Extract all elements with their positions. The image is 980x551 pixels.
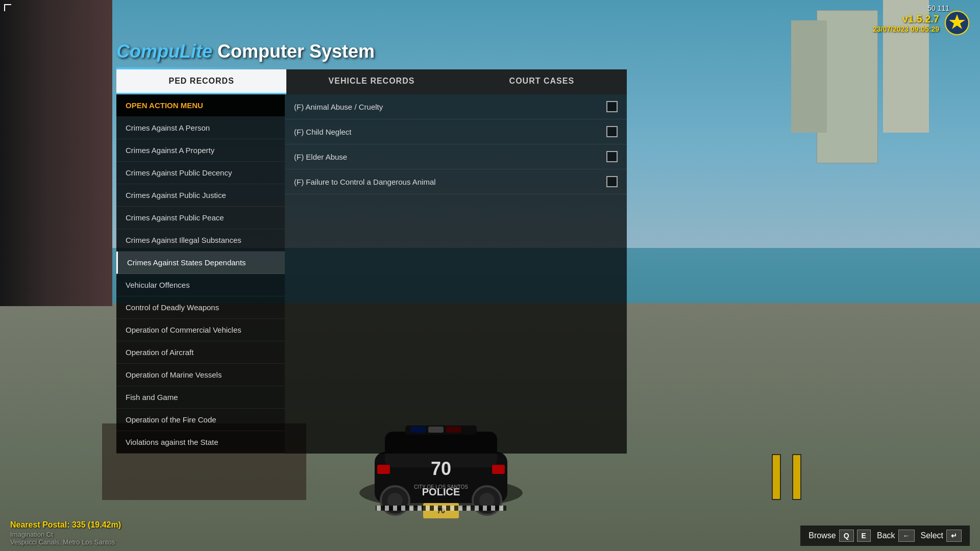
bottom-hud: Nearest Postal: 335 (19.42m) Imagination… — [0, 515, 980, 551]
bottom-right-controls: Browse Q E Back ← Select ↵ — [800, 525, 970, 546]
menu-item-crimes-substances[interactable]: Crimes Against Illegal Substances — [116, 229, 285, 252]
version-badge: v1.5.2.7 23/07/2023 09:05:29 — [873, 10, 970, 36]
menu-item-crimes-peace[interactable]: Crimes Against Public Peace — [116, 207, 285, 229]
tab-court-cases[interactable]: COURT CASES — [457, 69, 627, 94]
content-area: OPEN ACTION MENU Crimes Against A Person… — [116, 94, 627, 454]
charge-label-2: (F) Elder Abuse — [294, 153, 347, 161]
control-select-label: Select — [921, 531, 943, 540]
charge-checkbox-3[interactable] — [606, 176, 618, 187]
right-panel: (F) Animal Abuse / Cruelty (F) Child Neg… — [285, 94, 627, 454]
location-name: Imagination Ct Vespucci Canals, Metro Lo… — [10, 531, 121, 546]
charge-label-3: (F) Failure to Control a Dangerous Anima… — [294, 178, 436, 186]
charge-item-0[interactable]: (F) Animal Abuse / Cruelty — [285, 94, 627, 119]
control-back-key: ← — [898, 530, 915, 542]
badge-icon — [944, 10, 970, 36]
menu-item-violations-state[interactable]: Violations against the State — [116, 431, 285, 454]
tab-ped-records[interactable]: PED RECORDS — [116, 69, 286, 94]
control-browse-label: Browse — [808, 531, 836, 540]
menu-item-operation-marine[interactable]: Operation of Marine Vessels — [116, 364, 285, 386]
nearest-postal: Nearest Postal: 335 (19.42m) — [10, 520, 121, 530]
app-title-colored: CompuLite — [116, 41, 212, 62]
left-menu: OPEN ACTION MENU Crimes Against A Person… — [116, 94, 285, 454]
charge-item-1[interactable]: (F) Child Neglect — [285, 119, 627, 144]
menu-item-crimes-justice[interactable]: Crimes Against Public Justice — [116, 184, 285, 207]
app-title-rest: Computer System — [212, 41, 375, 62]
menu-item-operation-fire[interactable]: Operation of the Fire Code — [116, 409, 285, 431]
charge-checkbox-2[interactable] — [606, 151, 618, 162]
menu-item-crimes-decency[interactable]: Crimes Against Public Decency — [116, 162, 285, 184]
menu-item-vehicular-offences[interactable]: Vehicular Offences — [116, 274, 285, 296]
charge-item-2[interactable]: (F) Elder Abuse — [285, 144, 627, 169]
charge-checkbox-1[interactable] — [606, 126, 618, 137]
charge-item-3[interactable]: (F) Failure to Control a Dangerous Anima… — [285, 169, 627, 194]
menu-item-crimes-person[interactable]: Crimes Against A Person — [116, 117, 285, 139]
postal-value: 335 (19.42m) — [72, 520, 121, 529]
charge-label-0: (F) Animal Abuse / Cruelty — [294, 103, 383, 111]
version-date: 23/07/2023 09:05:29 — [873, 25, 939, 33]
menu-item-fish-game[interactable]: Fish and Game — [116, 386, 285, 409]
control-browse-key: Q — [839, 530, 854, 542]
cursor-indicator — [4, 4, 11, 11]
nearest-postal-label: Nearest Postal: — [10, 520, 70, 529]
menu-item-control-deadly-weapons[interactable]: Control of Deadly Weapons — [116, 296, 285, 319]
control-select-key: ↵ — [946, 530, 962, 542]
menu-item-operation-commercial[interactable]: Operation of Commercial Vehicles — [116, 319, 285, 341]
control-e-key: E — [857, 530, 871, 542]
menu-item-action[interactable]: OPEN ACTION MENU — [116, 94, 285, 117]
menu-item-crimes-states-dependants[interactable]: Crimes Against States Dependants — [116, 252, 285, 274]
version-number: v1.5.2.7 — [902, 13, 939, 25]
bottom-left-info: Nearest Postal: 335 (19.42m) Imagination… — [10, 520, 121, 546]
ui-panel: CompuLite Computer System PED RECORDS VE… — [116, 41, 627, 454]
charge-label-1: (F) Child Neglect — [294, 128, 352, 136]
location-sub: Vespucci Canals, Metro Los Santos — [10, 538, 121, 546]
location-primary: Imagination Ct — [10, 531, 121, 538]
app-title: CompuLite Computer System — [116, 41, 627, 62]
menu-item-operation-aircraft[interactable]: Operation of Aircraft — [116, 341, 285, 364]
control-back-label: Back — [877, 531, 895, 540]
tab-vehicle-records[interactable]: VEHICLE RECORDS — [286, 69, 456, 94]
charge-checkbox-0[interactable] — [606, 101, 618, 112]
tabs-container: PED RECORDS VEHICLE RECORDS COURT CASES — [116, 69, 627, 94]
menu-item-crimes-property[interactable]: Crimes Against A Property — [116, 139, 285, 162]
